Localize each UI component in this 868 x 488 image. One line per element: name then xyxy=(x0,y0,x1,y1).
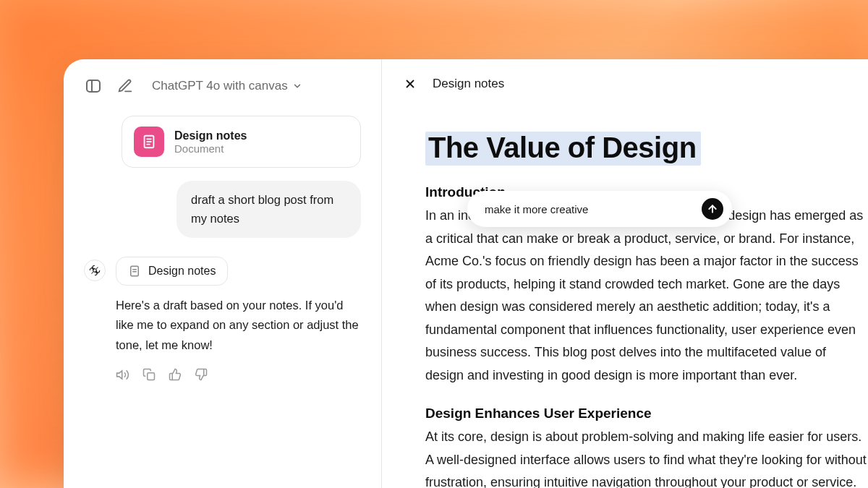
svg-rect-0 xyxy=(87,80,100,92)
message-actions xyxy=(116,368,361,382)
attachment-subtitle: Document xyxy=(174,142,247,155)
chat-header: ChatGPT 4o with canvas xyxy=(64,59,381,110)
attachment-card[interactable]: Design notes Document xyxy=(122,116,361,168)
sidebar-toggle-icon[interactable] xyxy=(84,77,103,95)
canvas-chip-label: Design notes xyxy=(148,265,216,278)
canvas-reference-chip[interactable]: Design notes xyxy=(116,257,228,286)
new-chat-icon[interactable] xyxy=(116,77,135,95)
model-name: ChatGPT 4o with canvas xyxy=(152,79,288,93)
inline-prompt-input[interactable] xyxy=(485,203,629,215)
send-button[interactable] xyxy=(702,198,723,220)
chat-pane: ChatGPT 4o with canvas Design notes Docu… xyxy=(64,59,382,488)
assistant-message: Here's a draft based on your notes. If y… xyxy=(116,296,361,355)
canvas-header: Design notes xyxy=(382,59,868,98)
canvas-title: Design notes xyxy=(433,77,504,91)
document-body[interactable]: The Value of Design Introduction In an i… xyxy=(382,98,868,488)
arrow-up-icon xyxy=(707,203,718,215)
canvas-pane: Design notes The Value of Design Introdu… xyxy=(382,59,868,488)
svg-rect-11 xyxy=(148,373,155,380)
chat-body: Design notes Document draft a short blog… xyxy=(64,110,381,488)
user-message: draft a short blog post from my notes xyxy=(176,181,361,238)
attachment-title: Design notes xyxy=(174,129,247,142)
app-window: ChatGPT 4o with canvas Design notes Docu… xyxy=(64,59,868,488)
svg-point-6 xyxy=(93,269,97,273)
assistant-row: Design notes xyxy=(84,257,361,286)
thumbs-down-icon[interactable] xyxy=(195,368,208,382)
document-icon xyxy=(128,265,141,278)
chevron-down-icon xyxy=(292,81,302,91)
close-icon[interactable] xyxy=(404,77,417,90)
inline-prompt xyxy=(467,191,732,227)
copy-icon[interactable] xyxy=(142,368,156,382)
section-body[interactable]: At its core, design is about problem-sol… xyxy=(425,426,868,488)
svg-marker-10 xyxy=(117,371,122,379)
thumbs-up-icon[interactable] xyxy=(169,368,182,382)
section-heading[interactable]: Design Enhances User Experience xyxy=(425,406,868,421)
assistant-avatar-icon xyxy=(84,260,106,281)
document-icon xyxy=(134,127,164,157)
speaker-icon[interactable] xyxy=(116,368,129,382)
model-selector[interactable]: ChatGPT 4o with canvas xyxy=(152,79,302,93)
document-heading[interactable]: The Value of Design xyxy=(425,132,701,166)
section-body[interactable]: In an increasingly competitive and fast-… xyxy=(425,205,868,387)
